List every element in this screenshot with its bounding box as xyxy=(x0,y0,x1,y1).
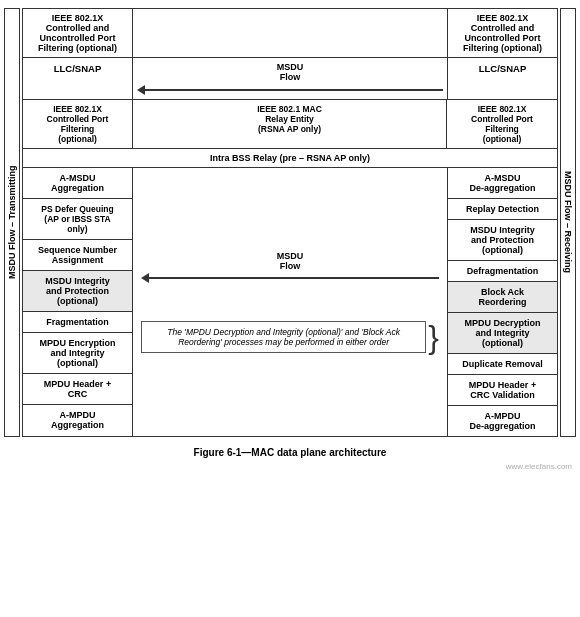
msdu-middle-flow: MSDU Flow xyxy=(141,251,439,283)
ieee-top-left-box: IEEE 802.1X Controlled and Uncontrolled … xyxy=(23,9,133,57)
arrow-line-mid xyxy=(149,277,439,279)
right-box-0: A-MSDU De-aggregation xyxy=(448,168,557,199)
ieee-triple-box-2: IEEE 802.1X Controlled Port Filtering (o… xyxy=(447,100,557,148)
right-box-3: Defragmentation xyxy=(448,261,557,282)
diagram-wrapper: MSDU Flow – Transmitting IEEE 802.1X Con… xyxy=(4,8,576,437)
arrow-head-left-mid xyxy=(141,273,149,283)
msdu-flow-top-label: MSDU Flow xyxy=(277,62,304,82)
right-box-7: MPDU Header + CRC Validation xyxy=(448,375,557,406)
left-box-0: A-MSDU Aggregation xyxy=(23,168,132,199)
msdu-flow-top-arrow xyxy=(137,85,443,95)
page: MSDU Flow – Transmitting IEEE 802.1X Con… xyxy=(0,0,580,479)
right-box-5: MPDU Decryption and Integrity (optional) xyxy=(448,313,557,354)
ieee-top-middle xyxy=(133,9,447,57)
intra-bss-row: Intra BSS Relay (pre – RSNA AP only) xyxy=(23,149,557,168)
right-box-4: Block Ack Reordering xyxy=(448,282,557,313)
caption: Figure 6-1—MAC data plane architecture xyxy=(4,443,576,462)
right-box-8: A-MPDU De-aggregation xyxy=(448,406,557,436)
ieee-top-right-box: IEEE 802.1X Controlled and Uncontrolled … xyxy=(447,9,557,57)
left-box-6: MPDU Header + CRC xyxy=(23,374,132,405)
side-label-transmitting: MSDU Flow – Transmitting xyxy=(4,8,20,437)
left-box-5: MPDU Encryption and Integrity (optional) xyxy=(23,333,132,374)
right-box-1: Replay Detection xyxy=(448,199,557,220)
ieee-triple-boxes: IEEE 802.1X Controlled Port Filtering (o… xyxy=(23,100,557,148)
watermark: www.elecfans.com xyxy=(4,462,576,471)
ieee-top-row: IEEE 802.1X Controlled and Uncontrolled … xyxy=(23,9,557,58)
llc-middle: MSDU Flow xyxy=(133,58,447,99)
center-note-text: The 'MPDU Decryption and Integrity (opti… xyxy=(141,321,426,353)
left-box-2: Sequence Number Assignment xyxy=(23,240,132,271)
llc-left: LLC/SNAP xyxy=(23,58,133,99)
right-box-2: MSDU Integrity and Protection (optional) xyxy=(448,220,557,261)
ieee-triple-box-1: IEEE 802.1 MAC Relay Entity (RSNA AP onl… xyxy=(133,100,447,148)
left-col: A-MSDU Aggregation PS Defer Queuing (AP … xyxy=(23,168,133,436)
right-col: A-MSDU De-aggregation Replay Detection M… xyxy=(447,168,557,436)
right-box-6: Duplicate Removal xyxy=(448,354,557,375)
left-box-4: Fragmentation xyxy=(23,312,132,333)
side-label-receiving: MSDU Flow – Receiving xyxy=(560,8,576,437)
center-note-area: The 'MPDU Decryption and Integrity (opti… xyxy=(141,321,439,353)
left-box-1: PS Defer Queuing (AP or IBSS STA only) xyxy=(23,199,132,240)
main-content: IEEE 802.1X Controlled and Uncontrolled … xyxy=(22,8,558,437)
left-box-3: MSDU Integrity and Protection (optional) xyxy=(23,271,132,312)
brace-right: } xyxy=(428,321,439,353)
brace-symbol: } xyxy=(428,321,439,353)
center-col: MSDU Flow The 'MPDU Decryption and Integ… xyxy=(133,168,447,436)
llc-right: LLC/SNAP xyxy=(447,58,557,99)
llc-row: LLC/SNAP MSDU Flow LLC/SNAP xyxy=(23,58,557,100)
left-box-7: A-MPDU Aggregation xyxy=(23,405,132,435)
ieee-triple-box-0: IEEE 802.1X Controlled Port Filtering (o… xyxy=(23,100,133,148)
center-note-span: The 'MPDU Decryption and Integrity (opti… xyxy=(167,327,400,347)
ieee-triple-row: IEEE 802.1X Controlled Port Filtering (o… xyxy=(23,100,557,149)
msdu-middle-arrow xyxy=(141,273,439,283)
middle-section: A-MSDU Aggregation PS Defer Queuing (AP … xyxy=(23,168,557,436)
msdu-flow-middle-label: MSDU Flow xyxy=(277,251,304,271)
arrow-head-left-top xyxy=(137,85,145,95)
arrow-line-top xyxy=(145,89,443,91)
